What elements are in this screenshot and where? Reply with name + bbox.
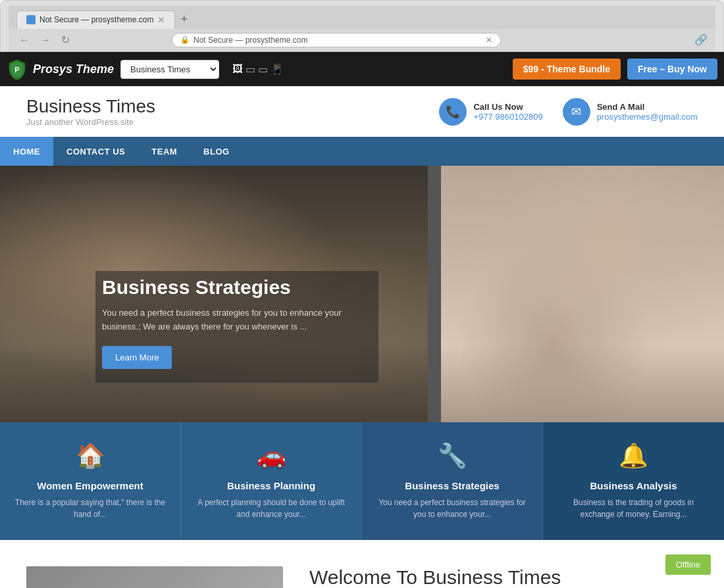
mail-text: Send A Mail prosysthemes@gmail.com xyxy=(597,102,698,122)
site-branding: Business Times Just another WordPress si… xyxy=(26,96,439,127)
feature-item-2: 🔧 Business Strategies You need a perfect… xyxy=(362,422,543,540)
mail-email: prosysthemes@gmail.com xyxy=(597,112,698,122)
browser-window: Not Secure — prosystheme.com ✕ + ← → ↻ 🔒… xyxy=(0,0,724,52)
forward-button[interactable]: → xyxy=(38,33,53,47)
mail-contact-item: ✉ Send A Mail prosysthemes@gmail.com xyxy=(563,98,698,126)
contact-info: 📞 Call Us Now +977 9860102809 ✉ Send A M… xyxy=(439,98,698,126)
hero-title: Business Strategies xyxy=(102,276,378,299)
below-section: Welcome To Business Times xyxy=(0,540,724,588)
mobile-icon[interactable]: 📱 xyxy=(271,63,284,76)
learn-more-button[interactable]: Learn More xyxy=(102,346,172,369)
hero-section: Business Strategies You need a perfect b… xyxy=(0,166,724,422)
address-bar-row: ← → ↻ 🔒 Not Secure — prosystheme.com ✕ 🔗 xyxy=(9,29,715,51)
tablet-landscape-icon[interactable]: ▭ xyxy=(258,63,268,76)
back-button[interactable]: ← xyxy=(16,33,32,47)
top-bar: P Prosys Theme Business Times 🖼 ▭ ▭ 📱 $9… xyxy=(0,52,724,86)
feature-desc-1: A perfect planning should be done to upl… xyxy=(194,497,348,520)
site-header: Business Times Just another WordPress si… xyxy=(0,86,724,137)
nav-item-blog[interactable]: BLOG xyxy=(190,137,243,166)
tab-favicon xyxy=(26,15,36,24)
reload-button[interactable]: ↻ xyxy=(59,32,72,47)
mail-icon: ✉ xyxy=(563,98,590,126)
free-buy-button[interactable]: Free – Buy Now xyxy=(627,59,717,80)
feature-icon-3: 🔔 xyxy=(556,442,711,470)
feature-item-1: 🚗 Business Planning A perfect planning s… xyxy=(181,422,362,540)
feature-icon-2: 🔧 xyxy=(375,442,529,470)
site-title: Business Times xyxy=(26,96,439,117)
below-title: Welcome To Business Times xyxy=(309,566,698,588)
new-tab-button[interactable]: + xyxy=(175,10,193,29)
feature-desc-2: You need a perfect business strategies f… xyxy=(375,497,529,520)
browser-toolbar-right: 🔗 xyxy=(694,34,708,46)
features-section: 🏠 Women Empowerment There is a popular s… xyxy=(0,422,724,540)
logo-area: P Prosys Theme xyxy=(7,59,114,80)
call-number: +977 9860102809 xyxy=(473,112,542,122)
address-url: Not Secure — prosystheme.com xyxy=(194,36,479,45)
feature-desc-0: There is a popular saying that," there i… xyxy=(13,497,167,520)
phone-icon: 📞 xyxy=(439,98,467,126)
address-input[interactable]: 🔒 Not Secure — prosystheme.com ✕ xyxy=(172,33,501,47)
lock-icon: 🔒 xyxy=(180,36,190,44)
offline-badge: Offline xyxy=(665,554,711,575)
tab-label: Not Secure — prosystheme.com xyxy=(39,15,153,24)
device-icons-group: 🖼 ▭ ▭ 📱 xyxy=(232,63,284,76)
hero-description: You need a perfect business strategies f… xyxy=(102,306,378,334)
browser-tab[interactable]: Not Secure — prosystheme.com ✕ xyxy=(16,11,175,29)
feature-item-0: 🏠 Women Empowerment There is a popular s… xyxy=(0,422,181,540)
feature-title-1: Business Planning xyxy=(194,480,348,491)
logo-text: Prosys Theme xyxy=(33,62,114,76)
tablet-icon[interactable]: ▭ xyxy=(246,63,255,76)
nav-item-contact-us[interactable]: CONTACT US xyxy=(53,137,138,166)
theme-select[interactable]: Business Times xyxy=(120,60,219,79)
call-label: Call Us Now xyxy=(473,102,542,112)
hero-right-background xyxy=(441,166,724,422)
tab-close-button[interactable]: ✕ xyxy=(157,14,165,25)
share-icon[interactable]: 🔗 xyxy=(694,34,708,46)
bundle-button[interactable]: $99 - Theme Bundle xyxy=(513,59,621,80)
feature-icon-1: 🚗 xyxy=(194,442,348,470)
nav-item-team[interactable]: TEAM xyxy=(138,137,190,166)
hero-content: Business Strategies You need a perfect b… xyxy=(102,276,378,369)
website-content: P Prosys Theme Business Times 🖼 ▭ ▭ 📱 $9… xyxy=(0,52,724,588)
logo-shield-icon: P xyxy=(7,59,28,80)
main-navigation: HOME CONTACT US TEAM BLOG xyxy=(0,137,724,166)
below-image xyxy=(26,566,283,588)
feature-desc-3: Business is the trading of goods in exch… xyxy=(556,497,711,520)
feature-icon-0: 🏠 xyxy=(13,442,167,470)
feature-title-0: Women Empowerment xyxy=(13,480,167,491)
desktop-icon[interactable]: 🖼 xyxy=(232,63,243,75)
below-text: Welcome To Business Times xyxy=(309,566,698,588)
feature-item-3: 🔔 Business Analysis Business is the trad… xyxy=(543,422,724,540)
mail-label: Send A Mail xyxy=(597,102,698,112)
svg-text:P: P xyxy=(14,66,19,74)
browser-tab-bar: Not Secure — prosystheme.com ✕ + xyxy=(9,6,715,29)
address-reload-icon: ✕ xyxy=(486,36,492,45)
feature-title-3: Business Analysis xyxy=(556,480,711,491)
nav-item-home[interactable]: HOME xyxy=(0,137,53,166)
site-tagline: Just another WordPress site xyxy=(26,117,439,127)
feature-title-2: Business Strategies xyxy=(375,480,529,491)
call-text: Call Us Now +977 9860102809 xyxy=(473,102,542,122)
call-contact-item: 📞 Call Us Now +977 9860102809 xyxy=(439,98,542,126)
